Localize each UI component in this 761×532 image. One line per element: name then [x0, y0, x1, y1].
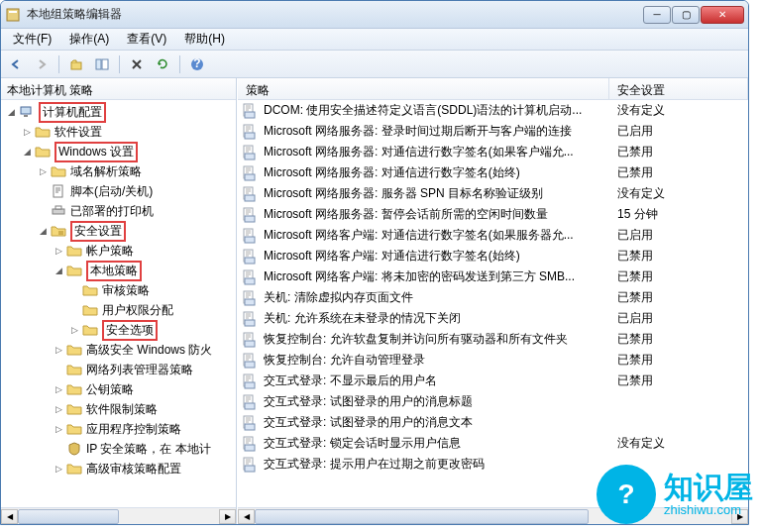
tree-node-printers[interactable]: 已部署的打印机 — [3, 201, 234, 221]
menu-view[interactable]: 查看(V) — [119, 29, 174, 50]
svg-rect-46 — [245, 445, 255, 451]
expander-icon[interactable]: ◢ — [37, 225, 49, 237]
tree-node-ipsec[interactable]: IP 安全策略，在 本地计 — [3, 439, 234, 459]
minimize-button[interactable]: ─ — [643, 6, 671, 24]
tree-node-softrestrict[interactable]: ▷软件限制策略 — [3, 399, 234, 419]
policy-row[interactable]: DCOM: 使用安全描述符定义语言(SDDL)语法的计算机启动...没有定义 — [238, 100, 748, 121]
tree-node-windows[interactable]: ◢Windows 设置 — [3, 142, 234, 161]
tree-node-audit[interactable]: 审核策略 — [3, 280, 234, 300]
policy-icon — [242, 145, 258, 160]
policy-name: Microsoft 网络客户端: 对通信进行数字签名(如果服务器允... — [264, 227, 617, 244]
expander-icon[interactable]: ▷ — [53, 423, 64, 435]
delete-button[interactable] — [126, 53, 148, 75]
svg-rect-9 — [54, 185, 62, 197]
policy-row[interactable]: Microsoft 网络服务器: 对通信进行数字签名(始终)已禁用 — [238, 162, 748, 183]
tree-node-account[interactable]: ▷帐户策略 — [3, 241, 234, 261]
close-button[interactable]: ✕ — [701, 6, 744, 24]
tree-node-pubkey[interactable]: ▷公钥策略 — [3, 379, 234, 399]
folder-icon — [82, 303, 98, 317]
scroll-left-button[interactable]: ◀ — [1, 509, 18, 524]
maximize-button[interactable]: ▢ — [672, 6, 700, 24]
node-label: 高级安全 Windows 防火 — [86, 342, 212, 359]
toolbar-separator — [119, 55, 120, 73]
toolbar-separator — [179, 55, 180, 73]
policy-row[interactable]: 关机: 允许系统在未登录的情况下关闭已启用 — [238, 308, 748, 329]
expander-icon[interactable]: ▷ — [53, 383, 64, 395]
policy-row[interactable]: Microsoft 网络服务器: 登录时间过期后断开与客户端的连接已启用 — [238, 121, 748, 142]
policy-row[interactable]: Microsoft 网络客户端: 将未加密的密码发送到第三方 SMB...已禁用 — [238, 266, 748, 287]
policy-row[interactable]: Microsoft 网络客户端: 对通信进行数字签名(始终)已禁用 — [238, 246, 748, 266]
policy-row[interactable]: 交互式登录: 试图登录的用户的消息标题 — [238, 391, 748, 412]
policy-value: 没有定义 — [617, 185, 744, 202]
tree-node-local[interactable]: ◢本地策略 — [3, 261, 234, 280]
policy-row[interactable]: 交互式登录: 试图登录的用户的消息文本 — [238, 412, 748, 433]
expander-icon[interactable]: ▷ — [53, 245, 64, 257]
tree-node-software[interactable]: ▷软件设置 — [3, 122, 234, 142]
policy-value: 已启用 — [617, 227, 744, 244]
tree-node-user-rights[interactable]: 用户权限分配 — [3, 300, 234, 320]
scroll-left-button[interactable]: ◀ — [238, 509, 255, 524]
expander-icon[interactable]: ▷ — [53, 344, 64, 356]
expander-icon[interactable]: ◢ — [5, 106, 17, 118]
node-label: 已部署的打印机 — [70, 203, 154, 220]
policy-row[interactable]: Microsoft 网络服务器: 服务器 SPN 目标名称验证级别没有定义 — [238, 183, 748, 204]
expander-icon[interactable]: ◢ — [21, 146, 33, 158]
tree-node-scripts[interactable]: 脚本(启动/关机) — [3, 181, 234, 201]
forward-button[interactable] — [31, 53, 53, 75]
scroll-right-button[interactable]: ▶ — [219, 509, 236, 524]
show-hide-button[interactable] — [91, 53, 113, 75]
content-area: 本地计算机 策略 ◢计算机配置 ▷软件设置 ◢Windows 设置 ▷域名解析策… — [1, 78, 748, 524]
tree-node-firewall[interactable]: ▷高级安全 Windows 防火 — [3, 340, 234, 360]
column-policy[interactable]: 策略 — [238, 78, 609, 99]
node-label: 软件设置 — [54, 124, 102, 141]
up-button[interactable] — [65, 53, 87, 75]
menu-help[interactable]: 帮助(H) — [176, 29, 233, 50]
tree-node-computer-config[interactable]: ◢计算机配置 — [3, 102, 234, 122]
policy-icon — [242, 436, 258, 452]
policy-row[interactable]: Microsoft 网络服务器: 暂停会话前所需的空闲时间数量15 分钟 — [238, 204, 748, 225]
node-label: 应用程序控制策略 — [86, 421, 181, 438]
scroll-thumb[interactable] — [18, 509, 119, 524]
tree-node-sec-options[interactable]: ▷安全选项 — [3, 320, 234, 340]
tree-node-netlist[interactable]: 网络列表管理器策略 — [3, 360, 234, 379]
expander-icon[interactable]: ▷ — [21, 126, 33, 138]
expander-icon[interactable]: ▷ — [68, 324, 80, 336]
expander-icon[interactable]: ▷ — [53, 403, 64, 415]
script-icon — [51, 184, 66, 198]
tree-node-appctrl[interactable]: ▷应用程序控制策略 — [3, 419, 234, 439]
tree-hscrollbar[interactable]: ◀ ▶ — [1, 507, 236, 524]
svg-rect-11 — [55, 206, 61, 209]
policy-name: DCOM: 使用安全描述符定义语言(SDDL)语法的计算机启动... — [264, 102, 617, 119]
back-button[interactable] — [5, 53, 27, 75]
scroll-track[interactable] — [18, 509, 219, 524]
policy-row[interactable]: 关机: 清除虚拟内存页面文件已禁用 — [238, 287, 748, 308]
policy-name: 关机: 清除虚拟内存页面文件 — [264, 289, 617, 306]
policy-row[interactable]: Microsoft 网络客户端: 对通信进行数字签名(如果服务器允...已启用 — [238, 225, 748, 246]
menu-file[interactable]: 文件(F) — [5, 29, 59, 50]
svg-rect-1 — [9, 11, 17, 13]
help-button[interactable]: ? — [186, 53, 208, 75]
svg-rect-20 — [245, 174, 255, 180]
expander-icon[interactable]: ▷ — [53, 463, 64, 475]
policy-icon — [242, 332, 258, 348]
policy-row[interactable]: Microsoft 网络服务器: 对通信进行数字签名(如果客户端允...已禁用 — [238, 142, 748, 162]
policy-row[interactable]: 交互式登录: 不显示最后的用户名已禁用 — [238, 371, 748, 391]
tree-node-dns[interactable]: ▷域名解析策略 — [3, 161, 234, 181]
tree-node-security[interactable]: ◢安全设置 — [3, 221, 234, 241]
scroll-thumb[interactable] — [255, 509, 589, 524]
expander-icon[interactable]: ▷ — [37, 165, 49, 177]
menu-action[interactable]: 操作(A) — [61, 29, 117, 50]
tree-body[interactable]: ◢计算机配置 ▷软件设置 ◢Windows 设置 ▷域名解析策略 脚本(启动/关… — [1, 100, 236, 507]
tree-node-advaudit[interactable]: ▷高级审核策略配置 — [3, 459, 234, 479]
node-label: 审核策略 — [102, 282, 150, 299]
policy-row[interactable]: 交互式登录: 锁定会话时显示用户信息没有定义 — [238, 433, 748, 454]
column-setting[interactable]: 安全设置 — [609, 78, 748, 99]
policy-row[interactable]: 恢复控制台: 允许软盘复制并访问所有驱动器和所有文件夹已禁用 — [238, 329, 748, 350]
list-body[interactable]: DCOM: 使用安全描述符定义语言(SDDL)语法的计算机启动...没有定义Mi… — [238, 100, 748, 507]
expander-icon[interactable]: ◢ — [53, 265, 64, 276]
window-title: 本地组策略编辑器 — [27, 6, 643, 23]
refresh-button[interactable] — [152, 53, 173, 75]
folder-icon — [51, 164, 66, 178]
svg-rect-44 — [245, 424, 255, 430]
policy-row[interactable]: 恢复控制台: 允许自动管理登录已禁用 — [238, 350, 748, 371]
